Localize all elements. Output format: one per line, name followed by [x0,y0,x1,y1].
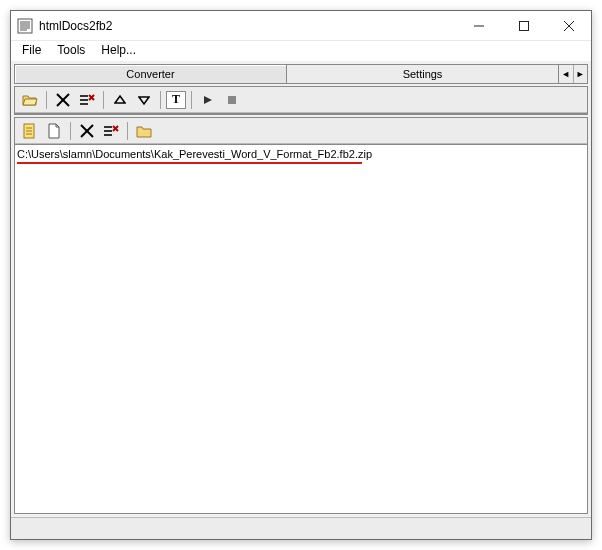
titlebar: htmlDocs2fb2 [11,11,591,41]
explore-icon[interactable] [19,120,41,142]
delete-icon[interactable] [52,89,74,111]
content-area: Converter Settings ◄ ► [11,61,591,517]
app-window: htmlDocs2fb2 File Tools Help... Converte… [10,10,592,540]
app-icon [17,18,33,34]
text-button-label: T [172,92,180,107]
tab-settings[interactable]: Settings [286,64,559,84]
tab-converter[interactable]: Converter [14,64,287,84]
toolbar-separator [127,122,128,140]
upper-pane: T [14,86,588,115]
lower-toolbar [15,118,587,144]
open-icon[interactable] [19,89,41,111]
clear-list-icon[interactable] [76,89,98,111]
toolbar-separator [70,122,71,140]
toolbar-separator [191,91,192,109]
menubar: File Tools Help... [11,41,591,61]
lower-pane: C:\Users\slamn\Documents\Kak_Perevesti_W… [14,117,588,514]
tab-scroll: ◄ ► [558,64,588,84]
tab-label: Settings [403,68,443,80]
output-list[interactable]: C:\Users\slamn\Documents\Kak_Perevesti_W… [15,144,587,513]
source-list[interactable] [15,113,587,114]
toolbar-separator [160,91,161,109]
tab-scroll-right[interactable]: ► [573,65,588,83]
up-icon[interactable] [109,89,131,111]
window-controls [456,11,591,40]
menu-tools[interactable]: Tools [50,42,92,58]
clear-list-icon[interactable] [100,120,122,142]
tab-label: Converter [126,68,174,80]
tabstrip: Converter Settings ◄ ► [14,64,588,84]
list-item[interactable]: C:\Users\slamn\Documents\Kak_Perevesti_W… [15,145,587,160]
toolbar-separator [103,91,104,109]
stop-icon[interactable] [221,89,243,111]
toolbar-separator [46,91,47,109]
down-icon[interactable] [133,89,155,111]
statusbar [11,517,591,539]
close-button[interactable] [546,11,591,40]
folder-icon[interactable] [133,120,155,142]
svg-rect-17 [228,96,236,104]
upper-toolbar: T [15,87,587,113]
new-doc-icon[interactable] [43,120,65,142]
menu-file[interactable]: File [15,42,48,58]
text-button[interactable]: T [166,91,186,109]
delete-icon[interactable] [76,120,98,142]
menu-help[interactable]: Help... [94,42,143,58]
tab-scroll-left[interactable]: ◄ [559,65,573,83]
svg-rect-7 [519,21,528,30]
window-title: htmlDocs2fb2 [39,19,456,33]
play-icon[interactable] [197,89,219,111]
maximize-button[interactable] [501,11,546,40]
minimize-button[interactable] [456,11,501,40]
highlight-underline [17,162,362,164]
